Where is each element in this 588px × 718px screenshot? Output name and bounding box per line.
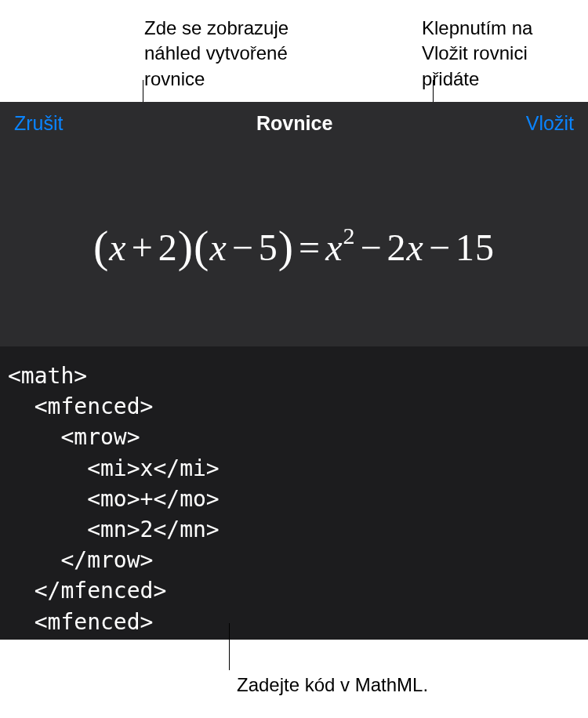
callout-code: Zadejte kód v MathML.: [237, 673, 428, 698]
dialog-header: Zrušit Rovnice Vložit: [0, 102, 588, 143]
op-plus: +: [127, 227, 158, 268]
op-equals: =: [294, 227, 325, 268]
op-minus-1: −: [227, 227, 259, 268]
dialog-title: Rovnice: [256, 112, 332, 135]
num-5: 5: [259, 227, 278, 268]
insert-button[interactable]: Vložit: [526, 112, 574, 135]
op-minus-3: −: [424, 227, 456, 268]
right-paren-1: ): [178, 221, 194, 272]
num-2: 2: [158, 227, 178, 268]
callout-preview: Zde se zobrazuje náhled vytvořené rovnic…: [144, 16, 348, 102]
right-paren-2: ): [278, 221, 294, 272]
equation-preview-area: (x+2)(x−5)=x2−2x−15: [0, 143, 588, 346]
left-paren-1: (: [93, 221, 109, 272]
var-x-3: x: [325, 227, 343, 268]
mathml-code-input[interactable]: <math> <mfenced> <mrow> <mi>x</mi> <mo>+…: [0, 346, 588, 640]
op-minus-2: −: [356, 227, 387, 268]
coeff-2: 2: [387, 227, 407, 268]
rendered-equation: (x+2)(x−5)=x2−2x−15: [93, 219, 495, 271]
callout-line-code: [229, 623, 230, 670]
var-x-4: x: [407, 227, 424, 268]
left-paren-2: (: [194, 221, 209, 272]
callout-insert: Klepnutím na Vložit rovnici přidáte: [422, 16, 579, 102]
exponent-2: 2: [343, 223, 356, 248]
equation-dialog: Zrušit Rovnice Vložit (x+2)(x−5)=x2−2x−1…: [0, 102, 588, 640]
var-x-2: x: [209, 227, 227, 268]
cancel-button[interactable]: Zrušit: [14, 112, 64, 135]
var-x-1: x: [109, 227, 126, 268]
num-15: 15: [456, 227, 495, 268]
